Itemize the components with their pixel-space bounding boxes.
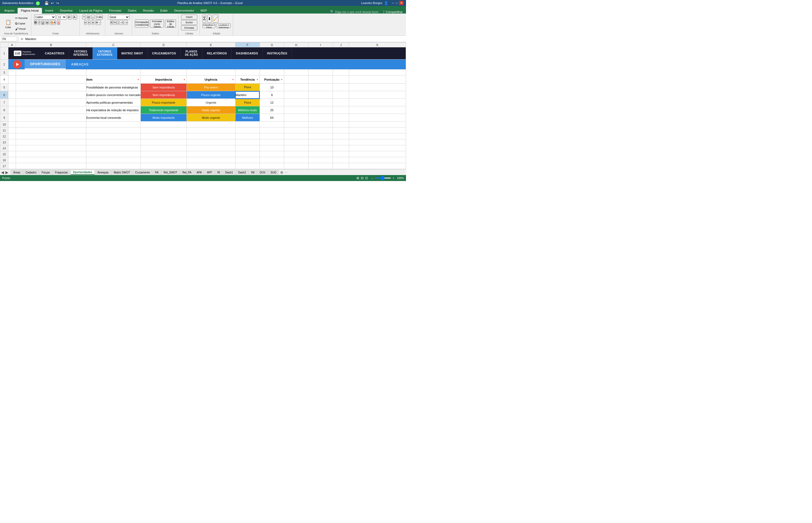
align-top-button[interactable]: ⊤ bbox=[82, 15, 86, 19]
cell-d7-importancia[interactable]: Pouco importante bbox=[140, 99, 187, 106]
nav-item-planos-de-acao[interactable]: PLANOS DE AÇÃO bbox=[180, 47, 202, 59]
cell-g6-pontuacao[interactable]: 6 bbox=[260, 91, 284, 99]
nav-item-dashboards[interactable]: DASHBOARDS bbox=[231, 47, 263, 59]
cell-k4[interactable] bbox=[349, 75, 406, 84]
sort-filter-button[interactable]: Classificar e Filtrar bbox=[202, 23, 215, 28]
search-placeholder[interactable]: Diga-me o que você deseja fazer bbox=[335, 10, 379, 14]
cell-d9-importancia[interactable]: Muito importante bbox=[140, 114, 187, 122]
cell-b4[interactable] bbox=[16, 75, 86, 84]
number-format-select[interactable]: Geral bbox=[108, 15, 130, 19]
align-middle-button[interactable]: ⊟ bbox=[87, 15, 90, 19]
cell-c9[interactable]: Economia local crescendo bbox=[86, 114, 141, 122]
font-family-select[interactable]: Calibri bbox=[34, 15, 56, 19]
col-header-j[interactable]: J bbox=[333, 42, 349, 47]
sheet-tab-matriz-swot[interactable]: Matriz SWOT bbox=[111, 170, 133, 175]
cell-a3[interactable] bbox=[8, 70, 16, 75]
col-header-e[interactable]: E bbox=[187, 42, 235, 47]
autosave-toggle[interactable]: ⬤ bbox=[36, 1, 40, 5]
sheet-tab-sug[interactable]: SUG bbox=[268, 170, 279, 175]
view-page-break-icon[interactable]: ⊡ bbox=[365, 176, 368, 180]
cell-f7-tendencia[interactable]: Piora bbox=[235, 99, 260, 106]
header-pontuacao[interactable]: Pontuação ▼ bbox=[260, 75, 284, 84]
cell-b3[interactable] bbox=[16, 70, 86, 75]
cell-g8-pontuacao[interactable]: 25 bbox=[260, 106, 284, 114]
font-size-select[interactable]: 11 bbox=[57, 15, 67, 19]
cell-h4[interactable] bbox=[284, 75, 308, 84]
view-layout-icon[interactable]: ⊟ bbox=[361, 176, 364, 180]
nav-item-fatores-externos[interactable]: FATORES EXTERNOS bbox=[92, 47, 117, 59]
cell-d5-importancia[interactable]: Sem importância bbox=[140, 84, 187, 91]
find-select-button[interactable]: Localizar e Selecionar bbox=[216, 23, 231, 28]
font-color-button[interactable]: A bbox=[57, 20, 60, 25]
autosum-button[interactable]: Σ bbox=[202, 15, 206, 23]
cell-i5[interactable] bbox=[308, 84, 333, 91]
cell-e9-urgencia[interactable]: Muito urgente bbox=[187, 114, 235, 122]
copy-button[interactable]: ⧉Copiar bbox=[14, 21, 29, 26]
header-tendencia[interactable]: Tendência ▼ bbox=[235, 75, 260, 84]
cell-k5[interactable] bbox=[349, 84, 406, 91]
tab-desenhar[interactable]: Desenhar bbox=[57, 8, 76, 14]
cell-g5-pontuacao[interactable]: 10 bbox=[260, 84, 284, 91]
tab-exibir[interactable]: Exibir bbox=[157, 8, 171, 14]
cell-i6[interactable] bbox=[308, 91, 333, 99]
tab-inserir[interactable]: Inserir bbox=[42, 8, 57, 14]
cell-reference[interactable] bbox=[1, 37, 17, 41]
save-icon[interactable]: 💾 bbox=[45, 1, 49, 5]
align-bottom-button[interactable]: ⊥ bbox=[91, 15, 95, 19]
nav-item-relatorios[interactable]: RELATÓRIOS bbox=[202, 47, 231, 59]
sheet-tab-ameacas[interactable]: Ameaças bbox=[95, 170, 111, 175]
next-sheet-button[interactable]: ▶ bbox=[5, 170, 8, 175]
prev-sheet-button[interactable]: ◀ bbox=[1, 170, 4, 175]
cell-f5-tendencia[interactable]: Piora bbox=[235, 84, 260, 91]
border-button[interactable]: ⊞ bbox=[46, 20, 49, 25]
format-as-table-button[interactable]: Formatar como Tabela bbox=[150, 19, 164, 28]
cell-c7[interactable]: Aproveita políticas governamentais bbox=[86, 99, 141, 106]
delete-button[interactable]: Excluir bbox=[181, 20, 197, 25]
percent-button[interactable]: % bbox=[113, 20, 117, 25]
tab-msp[interactable]: MSP bbox=[197, 8, 210, 14]
currency-button[interactable]: $ bbox=[110, 20, 112, 25]
cell-a6[interactable] bbox=[8, 91, 16, 99]
col-header-k[interactable]: K bbox=[349, 42, 406, 47]
cell-k9[interactable] bbox=[349, 114, 406, 122]
cell-h7[interactable] bbox=[284, 99, 308, 106]
sheet-tab-ini[interactable]: INI bbox=[249, 170, 257, 175]
sheet-tab-oportunidades[interactable]: Oportunidades bbox=[71, 170, 95, 175]
cell-b5[interactable] bbox=[16, 84, 86, 91]
bold-button[interactable]: B bbox=[34, 20, 37, 25]
format-button[interactable]: Formatar bbox=[181, 25, 197, 30]
format-painter-button[interactable]: 🖌Pincel bbox=[14, 26, 29, 31]
sheet-tab-apa[interactable]: APA bbox=[194, 170, 204, 175]
cell-k6[interactable] bbox=[349, 91, 406, 99]
sheet-tab-forcas[interactable]: Forças bbox=[39, 170, 53, 175]
cell-j6[interactable] bbox=[333, 91, 349, 99]
cell-d6-importancia[interactable]: Sem importância bbox=[140, 91, 187, 99]
tab-dados[interactable]: Dados bbox=[124, 8, 140, 14]
cell-h9[interactable] bbox=[284, 114, 308, 122]
zoom-plus[interactable]: + bbox=[393, 177, 394, 180]
cell-i8[interactable] bbox=[308, 106, 333, 114]
tab-revisao[interactable]: Revisão bbox=[140, 8, 157, 14]
col-header-c[interactable]: C bbox=[86, 42, 141, 47]
subtab-oportunidades[interactable]: OPORTUNIDADES bbox=[24, 59, 66, 69]
cell-b8[interactable] bbox=[16, 106, 86, 114]
cell-a8[interactable] bbox=[8, 106, 16, 114]
cell-h6[interactable] bbox=[284, 91, 308, 99]
increase-decimal-button[interactable]: ↑.0 bbox=[119, 20, 123, 25]
cell-b6[interactable] bbox=[16, 91, 86, 99]
sheet-tab-areas[interactable]: Áreas bbox=[11, 170, 23, 175]
urgencia-dropdown-arrow[interactable]: ▼ bbox=[232, 78, 234, 80]
sheet-tab-fraquezas[interactable]: Fraquezas bbox=[53, 170, 70, 175]
sheet-tab-cadastro[interactable]: Cadastro bbox=[23, 170, 39, 175]
col-header-a[interactable]: A bbox=[8, 42, 16, 47]
close-icon[interactable]: ✕ bbox=[399, 1, 404, 5]
sheet-tab-apf[interactable]: APF bbox=[204, 170, 214, 175]
cell-k8[interactable] bbox=[349, 106, 406, 114]
cell-i7[interactable] bbox=[308, 99, 333, 106]
font-shrink-button[interactable]: A↓ bbox=[73, 15, 77, 19]
align-center-button[interactable]: ≡ bbox=[88, 20, 91, 25]
tab-layout[interactable]: Layout da Página bbox=[76, 8, 106, 14]
cell-f9-tendencia[interactable]: Melhora bbox=[235, 114, 260, 122]
cell-styles-button[interactable]: Estilos de Célula bbox=[165, 19, 176, 28]
header-urgencia[interactable]: Urgência ▼ bbox=[187, 75, 235, 84]
